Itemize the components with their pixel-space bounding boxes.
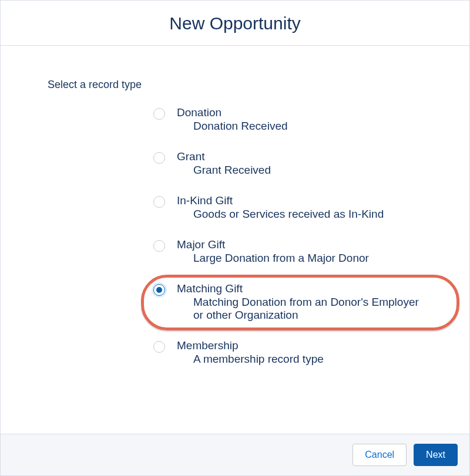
option-desc: Grant Received (193, 164, 271, 177)
radio-icon[interactable] (153, 341, 165, 353)
modal-body: Select a record type Donation Donation R… (1, 46, 469, 434)
option-donation[interactable]: Donation Donation Received (153, 104, 446, 135)
option-desc: Matching Donation from an Donor's Employ… (193, 296, 424, 322)
option-desc: A membership record type (193, 353, 324, 366)
option-label: Grant (177, 150, 271, 163)
option-matching-gift[interactable]: Matching Gift Matching Donation from an … (153, 280, 446, 324)
option-grant[interactable]: Grant Grant Received (153, 148, 446, 179)
radio-icon[interactable] (153, 108, 165, 120)
option-desc: Goods or Services received as In-Kind (193, 208, 384, 221)
option-label: Matching Gift (177, 282, 424, 295)
option-desc: Large Donation from a Major Donor (193, 252, 369, 265)
option-major-gift[interactable]: Major Gift Large Donation from a Major D… (153, 236, 446, 267)
radio-icon[interactable] (153, 240, 165, 252)
radio-icon[interactable] (153, 196, 165, 208)
option-in-kind-gift[interactable]: In-Kind Gift Goods or Services received … (153, 192, 446, 223)
modal-footer: Cancel Next (1, 434, 469, 475)
modal-title: New Opportunity (1, 13, 469, 33)
radio-icon[interactable] (153, 284, 165, 296)
option-label: Membership (177, 339, 324, 352)
option-label: In-Kind Gift (177, 194, 384, 207)
option-label: Donation (177, 106, 288, 119)
radio-icon[interactable] (153, 152, 165, 164)
option-label: Major Gift (177, 238, 369, 251)
record-type-prompt: Select a record type (48, 79, 446, 91)
next-button[interactable]: Next (414, 444, 458, 466)
new-opportunity-modal: New Opportunity Select a record type Don… (0, 0, 470, 476)
option-desc: Donation Received (193, 120, 288, 133)
modal-header: New Opportunity (1, 1, 469, 45)
option-membership[interactable]: Membership A membership record type (153, 337, 446, 368)
cancel-button[interactable]: Cancel (352, 444, 407, 466)
record-type-options: Donation Donation Received Grant Grant R… (153, 104, 446, 368)
